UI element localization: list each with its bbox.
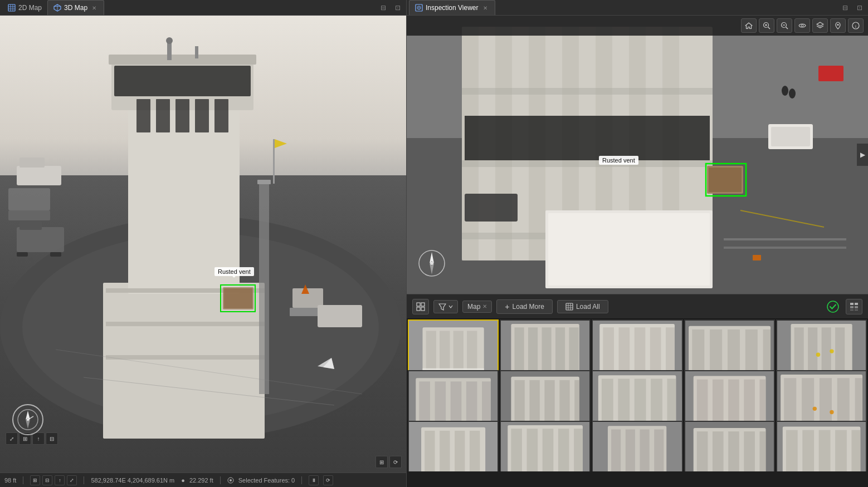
load-all-icon xyxy=(565,303,573,311)
bottom-filter-toolbar: Map ✕ + Load More Load All xyxy=(407,294,868,318)
pin-btn[interactable] xyxy=(830,18,846,33)
info-btn[interactable]: i xyxy=(848,18,864,33)
svg-rect-202 xyxy=(425,431,435,471)
thumbnail-12[interactable] xyxy=(500,421,591,471)
svg-rect-23 xyxy=(156,99,170,132)
svg-rect-226 xyxy=(728,431,739,471)
load-all-button[interactable]: Load All xyxy=(557,300,608,313)
svg-rect-228 xyxy=(759,431,765,471)
svg-rect-41 xyxy=(318,305,362,327)
right-minimize-btn[interactable]: ⊟ xyxy=(839,3,851,13)
right-maximize-btn[interactable]: ⊡ xyxy=(854,3,866,13)
sep1 xyxy=(23,476,23,484)
svg-rect-22 xyxy=(136,99,150,132)
layers-overlay-btn[interactable]: ⊞ xyxy=(376,456,388,468)
status-fit-btn[interactable]: ⊞ xyxy=(30,475,40,485)
svg-rect-113 xyxy=(855,303,858,305)
minimize-button[interactable]: ⊟ xyxy=(377,3,389,13)
svg-marker-105 xyxy=(439,304,446,310)
zoom-out-btn[interactable] xyxy=(777,18,792,33)
svg-point-29 xyxy=(166,37,173,44)
svg-point-199 xyxy=(830,410,833,414)
status-pause-btn[interactable]: ⏸ xyxy=(309,475,319,485)
svg-point-93 xyxy=(801,24,803,27)
tab-2d-map[interactable]: 2D Map xyxy=(2,0,47,15)
svg-rect-27 xyxy=(114,66,251,96)
pin-icon xyxy=(834,22,842,29)
confirm-button[interactable] xyxy=(825,299,841,314)
thumbnail-13[interactable] xyxy=(592,421,682,471)
grid-view-btn[interactable] xyxy=(412,299,429,314)
map-filter-tag: Map ✕ xyxy=(462,301,492,313)
tab-3d-map-close[interactable]: ✕ xyxy=(90,4,98,12)
viewer-image xyxy=(407,16,868,294)
filter-icon xyxy=(438,303,446,311)
map-tag-close[interactable]: ✕ xyxy=(482,303,487,309)
eye-btn[interactable] xyxy=(794,18,810,33)
svg-rect-13 xyxy=(50,252,61,257)
view-toggle-icon xyxy=(850,302,859,311)
grid-icon xyxy=(416,302,425,311)
thumb-svg-15 xyxy=(777,422,866,471)
map-tag-label: Map xyxy=(467,303,480,311)
scale-value: 98 ft xyxy=(4,477,16,484)
thumbnail-11[interactable] xyxy=(408,421,499,471)
tab-3d-map[interactable]: 3D Map ✕ xyxy=(47,0,104,15)
viewer-compass-svg xyxy=(418,249,446,277)
load-more-button[interactable]: + Load More xyxy=(496,299,553,314)
plus-icon: + xyxy=(505,302,509,311)
svg-rect-217 xyxy=(611,429,621,471)
svg-rect-225 xyxy=(713,431,724,471)
sep3 xyxy=(220,476,221,484)
thumbnail-14[interactable] xyxy=(684,421,775,471)
viewer-icon xyxy=(415,4,423,12)
view-toggle-button[interactable] xyxy=(846,299,862,314)
svg-rect-11 xyxy=(19,222,42,230)
svg-marker-45 xyxy=(275,139,287,148)
layers-btn[interactable] xyxy=(812,18,828,33)
svg-rect-218 xyxy=(626,429,635,471)
svg-rect-101 xyxy=(417,303,420,306)
svg-rect-38 xyxy=(257,180,271,184)
eye-icon xyxy=(798,22,806,29)
maximize-button[interactable]: ⊡ xyxy=(392,3,404,13)
tab-inspection-close[interactable]: ✕ xyxy=(481,4,489,12)
coord-unit: ● xyxy=(181,477,185,484)
right-panel: Inspection Viewer ✕ ⊟ ⊡ xyxy=(407,0,868,487)
svg-rect-71 xyxy=(548,213,710,286)
coordinates: 582,928.74E 4,204,689.61N m xyxy=(91,477,174,484)
zoom-in-icon xyxy=(763,22,771,29)
svg-rect-84 xyxy=(724,238,846,240)
left-panel: 2D Map 3D Map ✕ ⊟ ⊡ xyxy=(0,0,407,487)
nav-layers-btn[interactable]: ⊟ xyxy=(46,432,58,445)
svg-rect-205 xyxy=(470,431,480,471)
zoom-in-btn[interactable] xyxy=(759,18,774,33)
viewer-main: i Rusted vent xyxy=(407,16,868,294)
sync-overlay-btn[interactable]: ⟳ xyxy=(389,456,402,468)
svg-rect-235 xyxy=(835,430,847,471)
thumb-svg-12 xyxy=(501,422,589,471)
thumb-inner-15 xyxy=(777,422,866,471)
svg-rect-81 xyxy=(818,66,843,81)
svg-rect-16 xyxy=(17,166,61,185)
status-expand-btn[interactable]: ⤢ xyxy=(67,475,77,485)
svg-rect-106 xyxy=(566,303,573,310)
svg-line-92 xyxy=(786,27,788,29)
status-layers-btn[interactable]: ⊟ xyxy=(42,475,52,485)
checkmark-icon xyxy=(827,301,839,313)
tab-inspection-viewer[interactable]: Inspection Viewer ✕ xyxy=(409,0,495,15)
tab-inspection-label: Inspection Viewer xyxy=(426,4,479,12)
thumbnail-15[interactable] xyxy=(776,421,867,471)
svg-point-94 xyxy=(837,24,839,26)
home-btn[interactable] xyxy=(741,18,757,33)
compass-ring xyxy=(12,404,43,435)
thumb-inner-12 xyxy=(501,422,589,471)
3d-compass xyxy=(11,403,45,436)
status-north-btn[interactable]: ↑ xyxy=(55,475,65,485)
filter-dropdown-btn[interactable] xyxy=(433,300,458,313)
svg-rect-25 xyxy=(195,99,209,132)
viewer-next-arrow[interactable]: ▶ xyxy=(857,144,868,166)
svg-rect-21 xyxy=(109,55,256,65)
status-refresh-btn[interactable]: ⟳ xyxy=(323,475,333,485)
svg-rect-112 xyxy=(850,303,854,305)
